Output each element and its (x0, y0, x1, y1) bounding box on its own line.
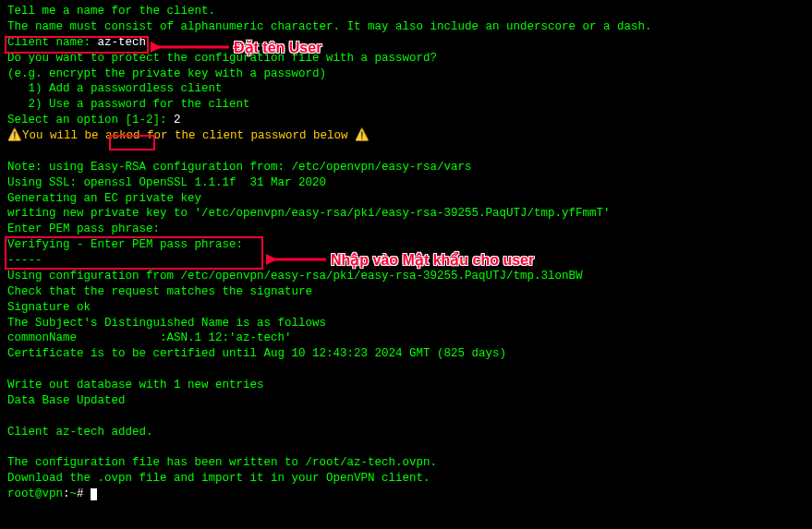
option-line: 1) Add a passwordless client (7, 81, 805, 97)
option-line: 2) Use a password for the client (7, 97, 805, 113)
output-line: Tell me a name for the client. (7, 4, 805, 19)
client-name-input[interactable]: az-tech (98, 36, 147, 49)
warning-line: ⚠️You will be asked for the client passw… (7, 128, 805, 144)
blank-line (7, 362, 805, 378)
warning-icon: ⚠️ (355, 129, 370, 142)
shell-prompt[interactable]: root@vpn:~# (7, 487, 805, 502)
select-option-prompt: Select an option [1-2]: 2 (7, 113, 805, 128)
option-range: [1-2]: (126, 114, 175, 126)
output-line: Client az-tech added. (7, 425, 805, 440)
period: . (430, 456, 438, 469)
output-line: Using SSL: openssl OpenSSL 1.1.1f 31 Mar… (7, 175, 805, 191)
option-input[interactable]: 2 (174, 114, 181, 126)
output-line: Certificate is to be certified until Aug… (7, 346, 805, 362)
blank-line (7, 409, 805, 425)
colon: : (63, 487, 70, 500)
user-host: root@vpn (7, 487, 63, 500)
config-path: /root/az-tech.ovpn (306, 456, 430, 469)
output-line: writing new private key to '/etc/openvpn… (7, 206, 805, 222)
prompt-label: Select an option (7, 114, 126, 126)
prompt-label: Client name: (7, 36, 98, 49)
config-text: The configuration file has been written … (7, 456, 306, 469)
output-line: The Subject's Distinguished Name is as f… (7, 316, 805, 331)
output-line: Download the .ovpn file and import it in… (7, 471, 805, 487)
output-line: The name must consist of alphanumeric ch… (7, 19, 805, 35)
cursor-block (91, 488, 97, 500)
passphrase-prompt[interactable]: Enter PEM pass phrase: (7, 222, 805, 237)
blank-line (7, 144, 805, 160)
output-line: Data Base Updated (7, 393, 805, 409)
output-line: (e.g. encrypt the private key with a pas… (7, 66, 805, 82)
output-line: Write out database with 1 new entries (7, 378, 805, 393)
output-line: The configuration file has been written … (7, 455, 805, 471)
output-line: Check that the request matches the signa… (7, 284, 805, 300)
annotation-label-1: Đặt tên User (234, 38, 321, 58)
annotation-label-2: Nhập vào Mật khẩu cho user (331, 250, 534, 271)
blank-line (7, 440, 805, 456)
output-line: Note: using Easy-RSA configuration from:… (7, 160, 805, 175)
output-line: Do you want to protect the configuration… (7, 51, 805, 66)
output-line: commonName :ASN.1 12:'az-tech' (7, 331, 805, 346)
output-line: Signature ok (7, 300, 805, 316)
warning-icon: ⚠️ (7, 129, 22, 142)
client-name-prompt: Client name: az-tech (7, 35, 805, 51)
cwd: ~ (70, 487, 78, 500)
output-line: Generating an EC private key (7, 191, 805, 207)
prompt-hash: # (77, 487, 91, 500)
warning-text: You will be asked for the client passwor… (22, 129, 355, 142)
output-line: Using configuration from /etc/openvpn/ea… (7, 269, 805, 284)
